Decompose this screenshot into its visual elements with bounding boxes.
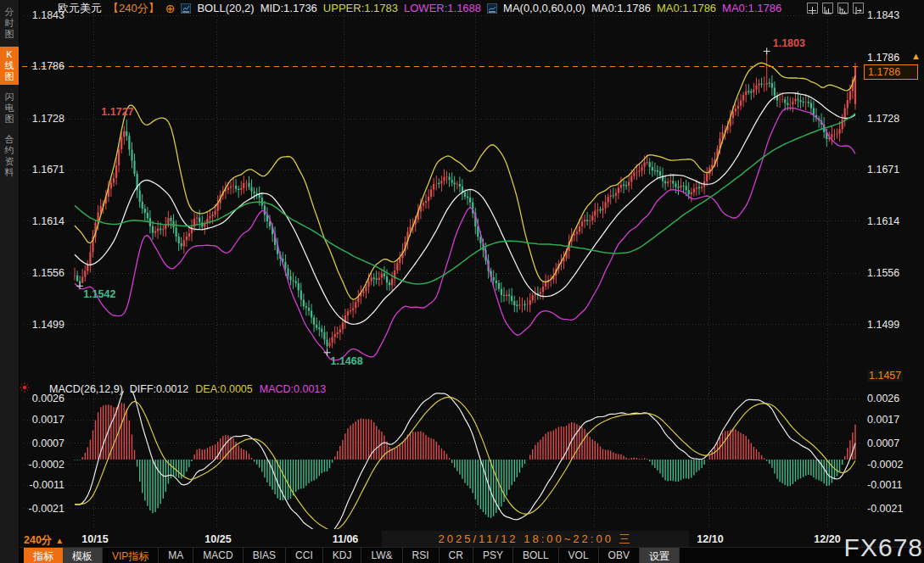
date-tick-label: 11/06 <box>320 533 371 545</box>
crosshair-icon[interactable] <box>807 3 818 14</box>
price-up-arrow-icon: ▲ <box>911 51 921 61</box>
price-axis-label-left: 1.1728 <box>25 113 64 125</box>
date-tick-label: 10/25 <box>193 533 244 545</box>
current-price-badge: 1.1786 <box>864 64 918 80</box>
ma-value-white: MA0:1.1786 <box>591 2 651 14</box>
ma-indicator-icon[interactable] <box>487 3 497 14</box>
indicator-tab-LW&[interactable]: LW& <box>361 548 402 563</box>
price-axis-label-right: 1.1499 <box>867 319 913 331</box>
chart-toolbar <box>807 3 864 14</box>
indicator-tab-BOLL[interactable]: BOLL <box>513 548 559 563</box>
indicator-tab-CR[interactable]: CR <box>440 548 473 563</box>
boll-mid-value: MID:1.1736 <box>260 2 317 14</box>
collapse-right-icon[interactable] <box>853 3 864 14</box>
macd-axis-label-right: 0.0017 <box>867 414 913 426</box>
boll-upper-value: UPPER:1.1783 <box>323 2 398 14</box>
macd-axis-label-left: 0.0007 <box>25 438 64 449</box>
low-annotation: 1.1468 <box>330 355 362 367</box>
nav-item-lightning-chart[interactable]: 闪电图 <box>0 89 19 127</box>
chart-header: 欧元美元 【240分】 ⊕ BOLL(20,2) MID:1.1736 UPPE… <box>58 2 781 14</box>
indicator-tab-指标[interactable]: 指标 <box>24 548 63 563</box>
price-axis-label-right: 1.1728 <box>867 113 913 125</box>
ma-name: MA(0,0,0,60,0,0) <box>503 2 585 14</box>
ma-value-magenta: MA0:1.1786 <box>722 2 781 14</box>
high-annotation: 1.1803 <box>773 37 805 49</box>
chart-low-price-label: 1.1457 <box>867 370 903 382</box>
price-axis-label-left: 1.1556 <box>25 267 64 279</box>
nav-item-kline-chart[interactable]: K线图 <box>0 47 19 85</box>
ma-value-yellow: MA0:1.1786 <box>657 2 716 14</box>
price-axis-label-left: 1.1499 <box>25 319 64 331</box>
high-annotation: 1.1727 <box>101 106 133 118</box>
macd-axis-label-right: -0.0011 <box>867 479 913 491</box>
price-axis-label-right: 1.1843 <box>867 9 913 21</box>
indicator-tab-设置[interactable]: 设置 <box>640 548 680 563</box>
axis-scale-right-icon[interactable] <box>837 3 848 14</box>
period-selector[interactable]: 240分▲ <box>24 533 64 548</box>
indicator-tab-KDJ[interactable]: KDJ <box>323 548 362 563</box>
macd-diff-value: DIFF:0.0012 <box>130 383 188 395</box>
left-nav: 分时图 K线图 闪电图 合约资料 <box>0 0 20 563</box>
macd-axis-label-left: 0.0017 <box>25 414 64 426</box>
selected-candle-time: 2025/11/12 18:00~22:00 三 <box>382 531 689 547</box>
macd-header: MACD(26,12,9) DIFF:0.0012 DEA:0.0005 MAC… <box>49 383 326 395</box>
price-axis-label-left: 1.1786 <box>25 60 64 72</box>
macd-axis-label-right: -0.0002 <box>867 459 913 471</box>
boll-indicator-icon[interactable] <box>181 3 191 14</box>
indicator-tab-模板[interactable]: 模板 <box>63 548 103 563</box>
chart-canvas[interactable] <box>0 0 924 563</box>
boll-name: BOLL(20,2) <box>197 2 254 14</box>
symbol-name: 欧元美元 <box>58 1 102 16</box>
macd-axis-label-left: -0.0002 <box>25 459 64 471</box>
indicator-tab-OBV[interactable]: OBV <box>599 548 640 563</box>
fx678-watermark: FX678 <box>844 533 923 562</box>
axis-scale-left-icon[interactable] <box>822 3 833 14</box>
macd-axis-label-right: -0.0021 <box>867 503 913 515</box>
indicator-tab-PSY[interactable]: PSY <box>473 548 513 563</box>
price-axis-label-right: 1.1671 <box>867 164 913 176</box>
date-tick-label: 10/15 <box>70 533 120 545</box>
period-arrow-icon: ▲ <box>55 536 64 545</box>
macd-axis-label-left: -0.0021 <box>25 503 64 515</box>
indicator-tab-CCI[interactable]: CCI <box>286 548 323 563</box>
low-annotation: 1.1542 <box>83 288 115 300</box>
period-label[interactable]: 【240分】 <box>108 1 160 16</box>
price-axis-label-left: 1.1614 <box>25 215 64 227</box>
macd-dea-value: DEA:0.0005 <box>195 383 252 395</box>
indicator-tab-bar: 指标模板VIP指标MAMACDBIASCCIKDJLW&RSICRPSYBOLL… <box>0 547 924 563</box>
price-axis-label-left: 1.1671 <box>25 164 64 176</box>
trading-app-window: 分时图 K线图 闪电图 合约资料 欧元美元 【240分】 ⊕ BOLL(20,2… <box>0 0 924 563</box>
macd-macd-value: MACD:0.0013 <box>260 383 327 395</box>
indicator-tab-VOL[interactable]: VOL <box>559 548 599 563</box>
nav-item-time-chart[interactable]: 分时图 <box>0 4 19 42</box>
macd-axis-label-left: -0.0011 <box>25 479 64 491</box>
price-gridline-label-current: 1.1786 <box>867 52 899 64</box>
alert-dot-icon[interactable] <box>20 381 30 396</box>
add-compare-icon[interactable]: ⊕ <box>165 2 176 15</box>
nav-item-contract-info[interactable]: 合约资料 <box>0 131 19 181</box>
indicator-tab-RSI[interactable]: RSI <box>403 548 440 563</box>
indicator-tab-MACD[interactable]: MACD <box>193 548 243 563</box>
macd-axis-label-right: 0.0026 <box>867 393 913 404</box>
date-tick-label: 12/10 <box>685 533 736 545</box>
price-axis-label-right: 1.1556 <box>867 267 913 279</box>
boll-lower-value: LOWER:1.1688 <box>404 2 481 14</box>
time-axis: 240分▲ 10/1510/2511/0611/2812/1012/20 202… <box>0 531 924 547</box>
indicator-tab-MA[interactable]: MA <box>159 548 193 563</box>
macd-axis-label-left: 0.0026 <box>25 393 64 404</box>
indicator-tab-VIP指标[interactable]: VIP指标 <box>103 548 159 563</box>
macd-axis-label-right: 0.0007 <box>867 438 913 449</box>
indicator-tab-BIAS[interactable]: BIAS <box>244 548 286 563</box>
price-axis-label-right: 1.1614 <box>867 215 913 227</box>
